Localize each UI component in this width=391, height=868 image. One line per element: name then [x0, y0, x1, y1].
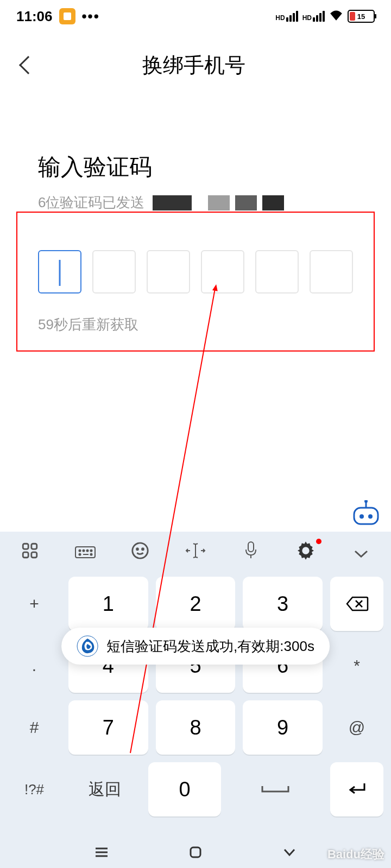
svg-rect-30 — [191, 847, 200, 857]
code-input-group[interactable] — [38, 250, 353, 293]
key-hash[interactable]: # — [8, 700, 61, 755]
svg-point-15 — [79, 553, 80, 555]
emoji-icon[interactable] — [127, 541, 154, 564]
wifi-icon — [329, 9, 343, 24]
svg-rect-8 — [23, 552, 28, 558]
toast-text: 短信验证码发送成功,有效期:300s — [106, 637, 314, 656]
status-time: 11:06 — [16, 8, 53, 25]
svg-rect-10 — [75, 547, 95, 558]
key-3[interactable]: 3 — [243, 577, 323, 631]
svg-point-18 — [133, 543, 148, 558]
key-symbols[interactable]: !?# — [8, 762, 61, 816]
svg-rect-7 — [31, 544, 37, 549]
svg-point-2 — [360, 514, 364, 519]
svg-rect-22 — [248, 542, 254, 552]
key-2[interactable]: 2 — [156, 577, 236, 631]
key-asterisk[interactable]: * — [330, 639, 383, 693]
ime-robot-icon[interactable] — [352, 500, 380, 526]
key-backspace[interactable] — [330, 577, 383, 631]
svg-rect-1 — [354, 508, 378, 524]
key-1[interactable]: 1 — [68, 577, 148, 631]
svg-point-19 — [137, 548, 138, 550]
key-space[interactable] — [229, 762, 323, 816]
svg-point-5 — [364, 500, 368, 503]
toast-app-icon — [77, 635, 98, 657]
signal-2-icon: HD — [302, 11, 325, 22]
code-box-1[interactable] — [38, 250, 81, 293]
key-at[interactable]: @ — [330, 700, 383, 755]
notification-icon — [59, 8, 75, 24]
redacted-phone — [153, 195, 284, 210]
code-box-2[interactable] — [92, 250, 136, 293]
toast-notification: 短信验证码发送成功,有效期:300s — [61, 628, 330, 665]
recent-apps-icon[interactable] — [93, 844, 110, 860]
key-enter[interactable] — [330, 762, 383, 816]
collapse-keyboard-icon[interactable] — [348, 543, 375, 563]
svg-point-11 — [79, 550, 80, 551]
svg-point-14 — [90, 550, 92, 551]
keyboard-toolbar — [0, 532, 391, 574]
key-8[interactable]: 8 — [156, 700, 236, 755]
svg-point-13 — [86, 550, 88, 551]
key-return[interactable]: 返回 — [68, 762, 141, 816]
code-box-6[interactable] — [310, 250, 353, 293]
svg-rect-9 — [31, 552, 37, 558]
settings-gear-icon[interactable] — [292, 540, 319, 566]
svg-rect-6 — [23, 544, 28, 549]
signal-1-icon: HD — [275, 11, 298, 22]
nav-bar: 换绑手机号 — [0, 41, 391, 90]
key-dot[interactable]: . — [8, 639, 61, 693]
svg-point-3 — [368, 514, 373, 519]
code-box-3[interactable] — [147, 250, 190, 293]
key-plus[interactable]: + — [8, 577, 61, 631]
mic-icon[interactable] — [237, 541, 264, 565]
content-heading: 输入验证码 — [38, 152, 353, 182]
battery-icon: 15 — [348, 10, 375, 23]
svg-point-12 — [83, 550, 84, 551]
key-9[interactable]: 9 — [243, 700, 323, 755]
watermark: Baidu经验 — [327, 846, 384, 863]
more-dots-icon: ••• — [82, 8, 100, 25]
page-title: 换绑手机号 — [35, 52, 353, 79]
code-box-5[interactable] — [255, 250, 299, 293]
key-0[interactable]: 0 — [148, 762, 220, 816]
status-bar: 11:06 ••• HD HD 15 — [0, 0, 391, 33]
keyboard-layout-icon[interactable] — [72, 543, 99, 563]
keyboard: + 1 2 3 . 4 5 6 * # 7 8 9 @ !?# 返回 0 — [0, 532, 391, 836]
apps-icon[interactable] — [16, 541, 43, 564]
cursor-icon[interactable] — [182, 541, 209, 564]
back-nav-icon[interactable] — [281, 844, 298, 860]
svg-point-20 — [142, 548, 144, 550]
key-7[interactable]: 7 — [68, 700, 148, 755]
home-icon[interactable] — [187, 844, 204, 860]
svg-point-17 — [90, 553, 92, 555]
code-box-4[interactable] — [201, 250, 244, 293]
hint-text: 6位验证码已发送 — [38, 193, 144, 212]
resend-countdown: 59秒后重新获取 — [38, 315, 353, 334]
